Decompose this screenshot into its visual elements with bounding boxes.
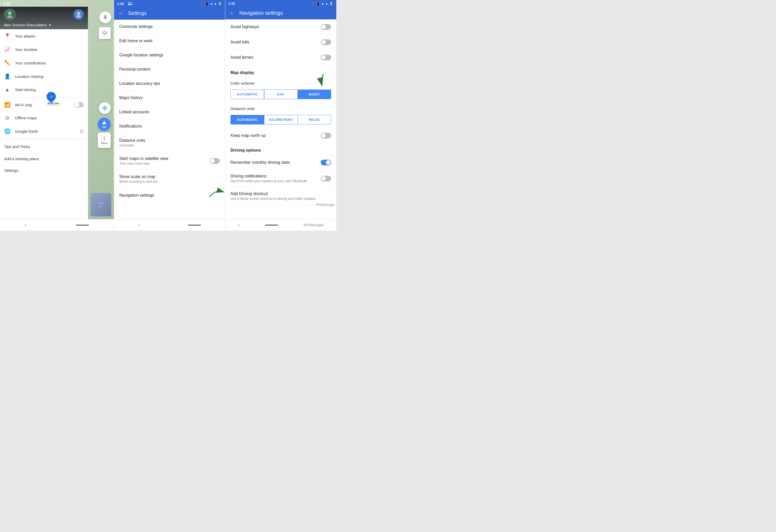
pin-arrow-icon: ↗ <box>50 95 53 99</box>
settings-label: Settings <box>4 168 18 173</box>
location-accuracy-label: Location accuracy tips <box>119 81 220 86</box>
status-bar-panel1: 1:42 <box>0 0 114 7</box>
settings-satellite[interactable]: Start maps in satellite view This uses m… <box>114 152 225 170</box>
settings-personal-content[interactable]: Personal content <box>114 62 225 76</box>
more-button[interactable]: More <box>98 133 111 148</box>
autozone-label: AutoZone <box>46 102 60 105</box>
settings-location-accuracy[interactable]: Location accuracy tips <box>114 76 225 91</box>
wifi-icon-p2: ▲ <box>210 2 213 5</box>
nav-settings-content: Avoid highways Avoid tolls Avoid ferries… <box>225 19 336 219</box>
more-label: More <box>101 142 107 145</box>
battery-icon-p2: 🔋 <box>218 2 222 5</box>
layers-button[interactable] <box>99 27 111 39</box>
distance-units-control[interactable]: AUTOMATIC KILOMETERS MILES <box>230 115 331 125</box>
back-nav-btn-p3[interactable]: ‹ <box>238 222 239 228</box>
mic-button[interactable] <box>99 11 111 23</box>
drawer-item-location-sharing[interactable]: 👤 Location sharing <box>0 69 88 83</box>
avoid-tolls-toggle[interactable] <box>321 39 331 45</box>
bottom-nav-panel1: ‹ <box>0 219 114 230</box>
settings-distance-units[interactable]: Distance units Automatic <box>114 134 225 152</box>
avoid-ferries-item[interactable]: Avoid ferries <box>225 50 336 65</box>
drawer-item-contributions[interactable]: ✏️ Your contributions <box>0 56 88 69</box>
dist-miles-btn[interactable]: MILES <box>298 115 331 124</box>
avoid-tolls-item[interactable]: Avoid tolls <box>225 35 336 50</box>
location-icon-p3: 📍 <box>311 2 315 5</box>
contributions-icon: ✏️ <box>4 60 10 66</box>
keep-north-toggle[interactable] <box>321 133 331 139</box>
back-button-p3[interactable]: ← <box>229 10 235 16</box>
settings-commute[interactable]: Commute settings <box>114 20 225 34</box>
avoid-highways-item[interactable]: Avoid highways <box>225 19 336 35</box>
back-button-p2[interactable]: ← <box>118 10 124 17</box>
settings-maps-history[interactable]: Maps history <box>114 91 225 105</box>
color-day-btn[interactable]: DAY <box>264 90 298 99</box>
map-thumbnail[interactable]: Outdr... <box>90 193 111 216</box>
vibrate-icon-p3: 📳 <box>316 2 320 5</box>
settings-navigation[interactable]: Navigation settings <box>114 188 225 203</box>
drawer-item-start-driving[interactable]: ▲ Start driving <box>0 83 88 96</box>
satellite-toggle[interactable] <box>209 158 220 164</box>
user-avatar-row <box>0 7 88 22</box>
drawer-item-missing-place[interactable]: Add a missing place <box>0 153 88 165</box>
time-panel2: 1:42 <box>117 2 124 6</box>
driving-notifications-toggle[interactable] <box>321 176 331 181</box>
drawer-item-your-places[interactable]: 📍 Your places <box>0 29 88 43</box>
personal-content-label: Personal content <box>119 67 220 72</box>
avoid-tolls-label: Avoid tolls <box>230 40 321 44</box>
settings-linked-accounts[interactable]: Linked accounts <box>114 105 225 119</box>
driving-notifications-item[interactable]: Driving notifications Get ETAs when you … <box>225 170 336 187</box>
dist-km-btn[interactable]: KILOMETERS <box>264 115 298 124</box>
avatar-secondary[interactable] <box>73 9 84 20</box>
keep-north-item[interactable]: Keep map north up <box>225 129 336 143</box>
thumbnail-label: Outdr... <box>99 202 103 208</box>
settings-show-scale[interactable]: Show scale on map When zooming in and ou… <box>114 170 225 188</box>
dist-auto-btn[interactable]: AUTOMATIC <box>231 115 264 124</box>
earth-icon: 🌐 <box>4 128 10 134</box>
panel1-drawer: 1:42 Ben Schoon (NexusB <box>0 0 114 230</box>
avoid-highways-toggle[interactable] <box>321 24 331 30</box>
back-nav-btn-p2[interactable]: ‹ <box>138 222 140 228</box>
wifi-toggle-thumb <box>75 103 79 107</box>
home-indicator-p3[interactable] <box>265 225 278 226</box>
drawer-item-offline-maps[interactable]: ⊖ Offline maps <box>0 111 88 125</box>
drawer-item-wifi[interactable]: 📶 Wi-Fi only <box>0 99 88 111</box>
remember-stats-toggle[interactable] <box>321 160 331 165</box>
add-shortcut-item[interactable]: Add Driving shortcut Get a Home screen s… <box>225 187 336 205</box>
divider2 <box>0 139 88 139</box>
wifi-icon: 📶 <box>4 102 10 108</box>
satellite-text: Start maps in satellite view This uses m… <box>119 156 209 165</box>
color-night-btn[interactable]: NIGHT <box>298 90 331 99</box>
driving-options-header: Driving options <box>225 143 336 156</box>
home-indicator-p1[interactable] <box>76 225 89 226</box>
satellite-sub: This uses more data <box>119 161 209 165</box>
avoid-ferries-toggle[interactable] <box>321 54 331 60</box>
color-scheme-control[interactable]: AUTOMATIC DAY NIGHT <box>230 90 331 99</box>
drawer-header: Ben Schoon (NexusBen) ▼ <box>0 7 88 29</box>
drawer-item-settings[interactable]: Settings <box>0 165 88 176</box>
drawer-item-timeline[interactable]: 📈 Your timeline <box>0 43 88 56</box>
drawer-menu: 📍 Your places 📈 Your timeline ✏️ Your co… <box>0 29 88 230</box>
wifi-toggle[interactable] <box>74 102 84 108</box>
places-label: Your places <box>15 34 35 38</box>
driving-icon: ▲ <box>4 87 10 93</box>
settings-home-work[interactable]: Edit home or work <box>114 34 225 48</box>
remember-stats-thumb <box>326 160 331 165</box>
locate-button[interactable] <box>99 102 111 114</box>
drawer-item-google-earth[interactable]: 🌐 Google Earth ⊡ <box>0 125 88 138</box>
settings-notifications[interactable]: Notifications <box>114 119 225 134</box>
go-button[interactable]: GO <box>98 118 111 131</box>
settings-google-location[interactable]: Google location settings <box>114 48 225 62</box>
driving-notifications-text: Driving notifications Get ETAs when you … <box>230 174 321 183</box>
avatar-primary[interactable] <box>4 9 15 20</box>
color-auto-btn[interactable]: AUTOMATIC <box>231 90 264 99</box>
svg-marker-6 <box>103 31 107 34</box>
username-row[interactable]: Ben Schoon (NexusBen) ▼ <box>0 22 88 29</box>
home-indicator-p2[interactable] <box>188 225 201 226</box>
timeline-label: Your timeline <box>15 47 37 52</box>
show-scale-sub: When zooming in and out <box>119 180 220 183</box>
remember-stats-item[interactable]: Remember monthly driving stats <box>225 156 336 170</box>
drawer-item-tips[interactable]: Tips and Tricks <box>0 140 88 153</box>
svg-point-17 <box>129 3 130 4</box>
back-nav-btn-p1[interactable]: ‹ <box>25 222 26 228</box>
show-scale-label: Show scale on map <box>119 174 220 179</box>
